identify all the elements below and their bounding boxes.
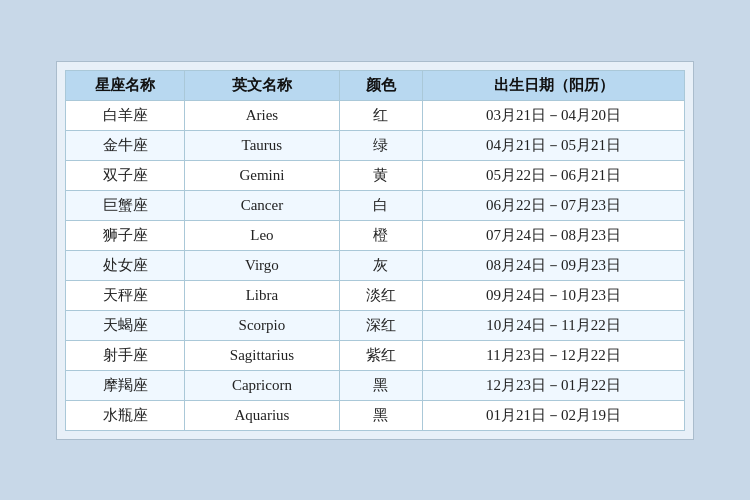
cell-zh: 摩羯座	[66, 370, 185, 400]
cell-date: 07月24日－08月23日	[423, 220, 685, 250]
cell-color: 黄	[339, 160, 422, 190]
cell-en: Taurus	[185, 130, 340, 160]
table-row: 白羊座Aries红03月21日－04月20日	[66, 100, 685, 130]
cell-date: 05月22日－06月21日	[423, 160, 685, 190]
table-row: 射手座Sagittarius紫红11月23日－12月22日	[66, 340, 685, 370]
cell-zh: 金牛座	[66, 130, 185, 160]
header-date: 出生日期（阳历）	[423, 70, 685, 100]
table-row: 双子座Gemini黄05月22日－06月21日	[66, 160, 685, 190]
cell-color: 紫红	[339, 340, 422, 370]
cell-en: Scorpio	[185, 310, 340, 340]
cell-color: 绿	[339, 130, 422, 160]
cell-zh: 狮子座	[66, 220, 185, 250]
cell-color: 淡红	[339, 280, 422, 310]
cell-date: 10月24日－11月22日	[423, 310, 685, 340]
cell-date: 11月23日－12月22日	[423, 340, 685, 370]
cell-color: 黑	[339, 370, 422, 400]
cell-zh: 双子座	[66, 160, 185, 190]
table-row: 天蝎座Scorpio深红10月24日－11月22日	[66, 310, 685, 340]
table-row: 水瓶座Aquarius黑01月21日－02月19日	[66, 400, 685, 430]
table-row: 金牛座Taurus绿04月21日－05月21日	[66, 130, 685, 160]
cell-color: 白	[339, 190, 422, 220]
table-row: 巨蟹座Cancer白06月22日－07月23日	[66, 190, 685, 220]
cell-en: Libra	[185, 280, 340, 310]
cell-zh: 射手座	[66, 340, 185, 370]
cell-color: 深红	[339, 310, 422, 340]
cell-en: Leo	[185, 220, 340, 250]
table-row: 摩羯座Capricorn黑12月23日－01月22日	[66, 370, 685, 400]
cell-en: Cancer	[185, 190, 340, 220]
cell-zh: 白羊座	[66, 100, 185, 130]
cell-en: Aries	[185, 100, 340, 130]
cell-en: Sagittarius	[185, 340, 340, 370]
table-row: 狮子座Leo橙07月24日－08月23日	[66, 220, 685, 250]
cell-color: 灰	[339, 250, 422, 280]
cell-zh: 水瓶座	[66, 400, 185, 430]
cell-date: 09月24日－10月23日	[423, 280, 685, 310]
cell-date: 06月22日－07月23日	[423, 190, 685, 220]
cell-en: Capricorn	[185, 370, 340, 400]
cell-zh: 天秤座	[66, 280, 185, 310]
cell-color: 橙	[339, 220, 422, 250]
cell-date: 03月21日－04月20日	[423, 100, 685, 130]
zodiac-table: 星座名称 英文名称 颜色 出生日期（阳历） 白羊座Aries红03月21日－04…	[65, 70, 685, 431]
cell-date: 04月21日－05月21日	[423, 130, 685, 160]
cell-en: Aquarius	[185, 400, 340, 430]
cell-color: 红	[339, 100, 422, 130]
header-zh: 星座名称	[66, 70, 185, 100]
table-row: 天秤座Libra淡红09月24日－10月23日	[66, 280, 685, 310]
cell-zh: 天蝎座	[66, 310, 185, 340]
header-row: 星座名称 英文名称 颜色 出生日期（阳历）	[66, 70, 685, 100]
cell-en: Virgo	[185, 250, 340, 280]
cell-date: 01月21日－02月19日	[423, 400, 685, 430]
cell-en: Gemini	[185, 160, 340, 190]
cell-date: 08月24日－09月23日	[423, 250, 685, 280]
table-row: 处女座Virgo灰08月24日－09月23日	[66, 250, 685, 280]
cell-color: 黑	[339, 400, 422, 430]
header-en: 英文名称	[185, 70, 340, 100]
cell-zh: 处女座	[66, 250, 185, 280]
cell-date: 12月23日－01月22日	[423, 370, 685, 400]
header-color: 颜色	[339, 70, 422, 100]
table-container: 星座名称 英文名称 颜色 出生日期（阳历） 白羊座Aries红03月21日－04…	[56, 61, 694, 440]
cell-zh: 巨蟹座	[66, 190, 185, 220]
